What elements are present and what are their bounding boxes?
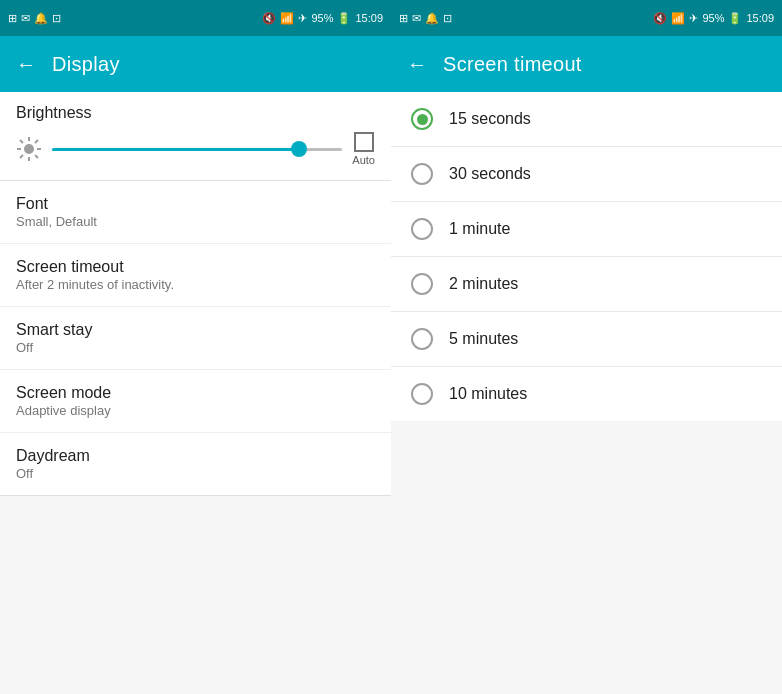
r-wifi-icon: 📶	[671, 12, 685, 25]
timeout-label-15s: 15 seconds	[449, 110, 531, 128]
sun-icon	[16, 136, 42, 162]
brightness-label: Brightness	[16, 104, 375, 122]
r-battery-icon: 🔋	[728, 12, 742, 25]
screen-mode-sub: Adaptive display	[16, 403, 375, 418]
screen-timeout-sub: After 2 minutes of inactivity.	[16, 277, 375, 292]
radio-1m	[411, 218, 433, 240]
daydream-title: Daydream	[16, 447, 375, 465]
right-status-bar: ⊞ ✉ 🔔 ⊡ 🔇 📶 ✈ 95% 🔋 15:09	[391, 0, 782, 36]
auto-brightness-checkbox[interactable]	[354, 132, 374, 152]
timeout-toolbar: Screen timeout	[391, 36, 782, 92]
timeout-back-button[interactable]	[407, 53, 427, 76]
brightness-row: Auto	[16, 132, 375, 166]
font-sub: Small, Default	[16, 214, 375, 229]
status-bar-right-icons: 🔇 📶 ✈ 95% 🔋 15:09	[262, 12, 383, 25]
auto-label: Auto	[352, 154, 375, 166]
display-back-button[interactable]	[16, 53, 36, 76]
svg-point-0	[24, 144, 34, 154]
radio-2m	[411, 273, 433, 295]
screen-timeout-title: Screen timeout	[16, 258, 375, 276]
timeout-option-30s[interactable]: 30 seconds	[391, 147, 782, 202]
r-notif-icon: 🔔	[425, 12, 439, 25]
display-toolbar: Display	[0, 36, 391, 92]
slider-fill	[52, 148, 299, 151]
status-bar-left-icons: ⊞ ✉ 🔔 ⊡	[8, 12, 61, 25]
smart-stay-setting[interactable]: Smart stay Off	[0, 307, 391, 370]
sms-icon: ✉	[21, 12, 30, 25]
battery-icon: 🔋	[337, 12, 351, 25]
timeout-label-2m: 2 minutes	[449, 275, 518, 293]
display-panel: ⊞ ✉ 🔔 ⊡ 🔇 📶 ✈ 95% 🔋 15:09 Display Bright…	[0, 0, 391, 694]
smart-stay-sub: Off	[16, 340, 375, 355]
r-mute-icon: 🔇	[653, 12, 667, 25]
right-status-left: ⊞ ✉ 🔔 ⊡	[399, 12, 452, 25]
display-content: Brightness	[0, 92, 391, 694]
r-sms-icon: ✉	[412, 12, 421, 25]
svg-line-6	[35, 155, 38, 158]
timeout-title: Screen timeout	[443, 53, 582, 76]
radio-5m	[411, 328, 433, 350]
daydream-sub: Off	[16, 466, 375, 481]
auto-brightness-wrapper: Auto	[352, 132, 375, 166]
mute-icon: 🔇	[262, 12, 276, 25]
screen-timeout-panel: ⊞ ✉ 🔔 ⊡ 🔇 📶 ✈ 95% 🔋 15:09 Screen timeout…	[391, 0, 782, 694]
timeout-label-5m: 5 minutes	[449, 330, 518, 348]
timeout-option-15s[interactable]: 15 seconds	[391, 92, 782, 147]
r-airplane-icon: ✈	[689, 12, 698, 25]
vibrate-icon: ⊡	[52, 12, 61, 25]
timeout-options-list: 15 seconds 30 seconds 1 minute 2 minutes…	[391, 92, 782, 694]
slider-track	[52, 148, 342, 151]
timeout-option-2m[interactable]: 2 minutes	[391, 257, 782, 312]
svg-line-7	[35, 140, 38, 143]
notif-icon: 🔔	[34, 12, 48, 25]
r-camera-icon: ⊞	[399, 12, 408, 25]
time-left: 15:09	[355, 12, 383, 24]
radio-30s	[411, 163, 433, 185]
timeout-option-5m[interactable]: 5 minutes	[391, 312, 782, 367]
left-status-bar: ⊞ ✉ 🔔 ⊡ 🔇 📶 ✈ 95% 🔋 15:09	[0, 0, 391, 36]
brightness-slider[interactable]	[52, 139, 342, 159]
camera-icon: ⊞	[8, 12, 17, 25]
battery-percent: 95%	[311, 12, 333, 24]
daydream-setting[interactable]: Daydream Off	[0, 433, 391, 496]
radio-15s	[411, 108, 433, 130]
right-status-right: 🔇 📶 ✈ 95% 🔋 15:09	[653, 12, 774, 25]
timeout-option-10m[interactable]: 10 minutes	[391, 367, 782, 421]
timeout-label-10m: 10 minutes	[449, 385, 527, 403]
radio-10m	[411, 383, 433, 405]
screen-timeout-setting[interactable]: Screen timeout After 2 minutes of inacti…	[0, 244, 391, 307]
timeout-option-1m[interactable]: 1 minute	[391, 202, 782, 257]
r-vibrate-icon: ⊡	[443, 12, 452, 25]
smart-stay-title: Smart stay	[16, 321, 375, 339]
screen-mode-setting[interactable]: Screen mode Adaptive display	[0, 370, 391, 433]
font-title: Font	[16, 195, 375, 213]
slider-thumb	[291, 141, 307, 157]
radio-inner-15s	[417, 114, 428, 125]
r-time: 15:09	[746, 12, 774, 24]
r-battery-percent: 95%	[702, 12, 724, 24]
brightness-section: Brightness	[0, 92, 391, 181]
font-setting[interactable]: Font Small, Default	[0, 181, 391, 244]
display-title: Display	[52, 53, 120, 76]
wifi-icon: 📶	[280, 12, 294, 25]
svg-line-8	[20, 155, 23, 158]
airplane-icon: ✈	[298, 12, 307, 25]
timeout-label-30s: 30 seconds	[449, 165, 531, 183]
screen-mode-title: Screen mode	[16, 384, 375, 402]
svg-line-5	[20, 140, 23, 143]
timeout-label-1m: 1 minute	[449, 220, 510, 238]
